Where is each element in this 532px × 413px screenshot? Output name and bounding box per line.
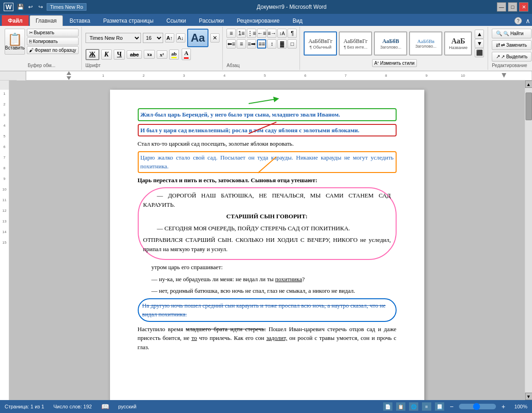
- view-reading-button[interactable]: 📋: [396, 402, 405, 411]
- tab-home[interactable]: Главная: [30, 15, 63, 26]
- select-button[interactable]: ↗ ↗ Выделить: [492, 52, 532, 62]
- italic-button[interactable]: К: [101, 49, 112, 60]
- para-5-text: Царь перестал и пить и есть, затосковал.…: [138, 177, 318, 184]
- sort-button[interactable]: ↕А: [277, 29, 287, 38]
- highlight-color-button[interactable]: ab: [169, 49, 179, 60]
- font-color-button[interactable]: А: [182, 49, 191, 60]
- close-button[interactable]: ✕: [519, 2, 528, 12]
- tab-review[interactable]: Рецензирование: [231, 15, 286, 26]
- line-spacing-button[interactable]: ↕: [267, 39, 276, 49]
- cut-button[interactable]: ✂ Вырезать: [27, 29, 79, 37]
- align-center-button[interactable]: ≡: [237, 39, 246, 49]
- blue-oval-annotation: На другую ночь пошел средний сын карауит…: [138, 298, 397, 322]
- paste-button[interactable]: 📋 Вставить: [5, 29, 25, 55]
- view-outline-button[interactable]: ≡: [422, 402, 431, 411]
- ruler: 1 2 3 4 5 6 7 8 9 10: [0, 71, 532, 80]
- find-button[interactable]: 🔍 🔍 Найти: [492, 29, 532, 38]
- styles-scroll-down[interactable]: ▼: [475, 39, 484, 48]
- copy-icon: ⎘: [29, 39, 32, 44]
- styles-scroll-up[interactable]: ▲: [475, 30, 484, 39]
- paragraph-13: На другую ночь пошел средний сын карауит…: [142, 302, 386, 318]
- font-shrink-button[interactable]: A↓: [176, 33, 185, 43]
- save-button[interactable]: 💾: [16, 3, 24, 11]
- tab-page-layout[interactable]: Разметка страницы: [97, 15, 159, 26]
- style-normal[interactable]: АаБбВвГг ¶ Обычный: [304, 31, 337, 55]
- paste-icon: 📋: [7, 33, 22, 45]
- tab-insert[interactable]: Вставка: [64, 15, 97, 26]
- styles-more[interactable]: ⬛: [475, 48, 484, 57]
- para-2-text: И был у царя сад великолепный; росла в т…: [141, 127, 360, 134]
- paragraph-8: — СЕГОДНЯ МОЯ ОЧЕРЕДЬ, ПОЙДУ СТЕРЕЧЬ САД…: [143, 224, 391, 233]
- para-14-text: Наступило время младшего брата идти стер…: [138, 326, 397, 351]
- minimize-button[interactable]: —: [497, 2, 506, 12]
- tab-references[interactable]: Ссылки: [160, 15, 192, 26]
- language[interactable]: русский: [118, 404, 136, 409]
- format-painter-button[interactable]: 🖌 Формат по образцу: [27, 46, 79, 54]
- scroll-track[interactable]: [525, 88, 532, 393]
- zoom-in-button[interactable]: +: [500, 403, 507, 410]
- view-normal-button[interactable]: 📄: [383, 402, 392, 411]
- scroll-thumb[interactable]: [526, 92, 532, 120]
- paragraph-9: ОТПРАВИЛСЯ СТАРШИЙ СЫН. СКОЛЬКО НИ ХОДИЛ…: [143, 235, 391, 253]
- justify-button[interactable]: ≡≡: [257, 39, 266, 49]
- replace-icon: ⇄: [496, 42, 500, 48]
- status-bar-right: 📄 📋 🌐 ≡ 📃 − + 100%: [383, 402, 527, 411]
- superscript-button[interactable]: x²: [157, 50, 167, 59]
- font-size-select[interactable]: 16: [143, 33, 163, 43]
- strikethrough-button[interactable]: abc: [127, 50, 142, 59]
- maximize-button[interactable]: □: [508, 2, 517, 12]
- font-name-select[interactable]: Times New Ro: [86, 33, 141, 43]
- scroll-up-button[interactable]: ▲: [525, 80, 532, 88]
- change-styles-button[interactable]: Aᐩ Изменить стили: [372, 59, 417, 67]
- change-case-button[interactable]: Aa: [187, 29, 209, 47]
- spelling-icon[interactable]: 📖: [101, 403, 109, 410]
- paragraph-6: — ДОРОГОЙ НАШ БАТЮШКА, НЕ ПЕЧАЛЬСЯ, МЫ С…: [143, 191, 391, 209]
- tab-mailings[interactable]: Рассылки: [193, 15, 230, 26]
- clear-format-button[interactable]: ✕: [210, 33, 220, 43]
- cut-icon: ✂: [29, 30, 33, 35]
- borders-button[interactable]: □: [287, 39, 297, 49]
- numbering-button[interactable]: 1≡: [237, 29, 246, 38]
- para-11-text: — ну-ка, не обрадуешь ли меня: не видал …: [152, 276, 305, 283]
- font-group-label: Шрифт: [86, 62, 220, 68]
- format-painter-icon: 🖌: [29, 48, 34, 53]
- view-web-button[interactable]: 🌐: [409, 402, 418, 411]
- paragraph-4: Царю жалко стало свой сад. Посылает он т…: [138, 151, 397, 173]
- style-no-spacing[interactable]: АаБбВвГг ¶ Без инте...: [339, 31, 372, 55]
- para-7-text: СТАРШИЙ СЫН ГОВОРИТ:: [226, 213, 308, 220]
- font-grow-button[interactable]: A↑: [165, 33, 174, 43]
- replace-button[interactable]: ⇄ ⇄ Заменить: [492, 40, 532, 50]
- para-12-text: — нет, родимый батюшка, всю ночь не спал…: [152, 287, 355, 294]
- style-title[interactable]: АаБ Название: [444, 31, 472, 55]
- undo-button[interactable]: ↩: [26, 3, 35, 11]
- align-right-button[interactable]: ≡➡: [247, 39, 256, 49]
- copy-button[interactable]: ⎘ Копировать: [27, 37, 79, 45]
- view-draft-button[interactable]: 📃: [435, 402, 444, 411]
- increase-indent-button[interactable]: ≡→: [267, 29, 276, 38]
- style-heading2[interactable]: АаБбВв Заголово...: [409, 31, 442, 55]
- zoom-slider[interactable]: [459, 404, 496, 409]
- shading-button[interactable]: ▓: [277, 39, 287, 49]
- tab-view[interactable]: Вид: [287, 15, 309, 26]
- paragraph-3: Стал кто-то царский сад посещать, золоты…: [138, 139, 397, 148]
- decrease-indent-button[interactable]: ←≡: [257, 29, 266, 38]
- scroll-down-button[interactable]: ▼: [525, 393, 532, 400]
- subscript-button[interactable]: x₂: [144, 50, 155, 59]
- align-left-button[interactable]: ⬅≡: [226, 39, 236, 49]
- document-area[interactable]: Жил-был царь Берендей, у него было три с…: [9, 80, 525, 400]
- underline-button[interactable]: Ч: [114, 49, 125, 60]
- multilevel-list-button[interactable]: ⋮≡: [247, 29, 256, 38]
- tab-file[interactable]: Файл: [2, 15, 29, 26]
- ribbon: 📋 Вставить ✂ Вырезать ⎘ Копировать 🖌 Фор…: [0, 26, 532, 71]
- redo-button[interactable]: ↪: [37, 3, 45, 11]
- word-icon: W: [4, 3, 13, 11]
- help-icon[interactable]: ?: [514, 17, 522, 25]
- bold-button[interactable]: Ж: [86, 49, 99, 60]
- zoom-out-button[interactable]: −: [448, 403, 455, 410]
- paragraph-5: Царь перестал и пить и есть, затосковал.…: [138, 176, 397, 185]
- ribbon-minimize-icon[interactable]: ∧: [524, 17, 532, 25]
- style-heading1[interactable]: АаБбВ Заголово...: [374, 31, 407, 55]
- show-marks-button[interactable]: ¶: [287, 29, 297, 38]
- title-font-name[interactable]: Times New Ro: [47, 3, 86, 11]
- bullets-button[interactable]: ≡: [226, 29, 236, 38]
